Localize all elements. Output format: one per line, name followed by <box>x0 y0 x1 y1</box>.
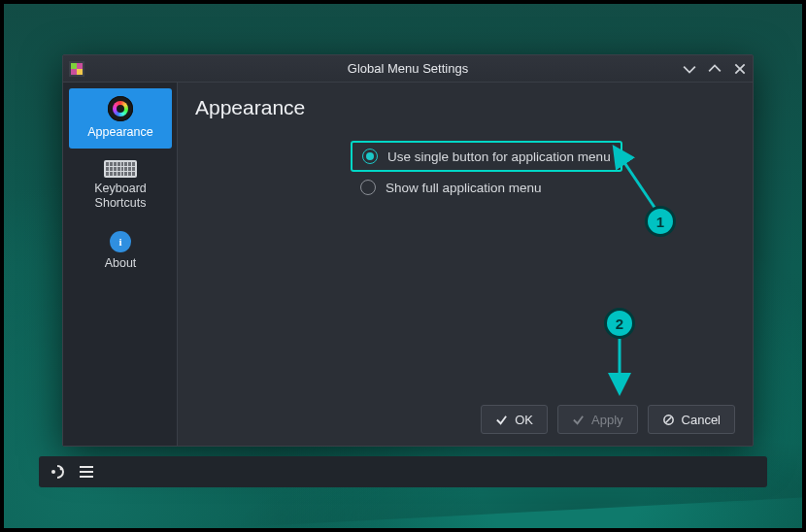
radio-label: Show full application menu <box>386 181 542 195</box>
annotation-highlight: Use single button for application menu <box>351 141 622 172</box>
annotation-marker-2: 2 <box>604 308 635 339</box>
radio-single-button[interactable]: Use single button for application menu <box>353 143 621 170</box>
button-label: OK <box>515 413 533 427</box>
button-label: Cancel <box>682 413 721 427</box>
maximize-button[interactable] <box>708 62 722 76</box>
annotation-arrow <box>606 334 635 402</box>
annotation-marker-1: 1 <box>645 206 676 237</box>
svg-line-6 <box>616 150 659 215</box>
keyboard-icon <box>104 160 137 178</box>
check-icon <box>495 414 508 426</box>
sidebar-item-label: Keyboard Shortcuts <box>71 182 170 212</box>
radio-indicator <box>362 149 378 164</box>
window-title: Global Menu Settings <box>348 61 468 76</box>
panel <box>39 456 767 487</box>
ok-button[interactable]: OK <box>481 405 548 434</box>
apply-button[interactable]: Apply <box>557 405 638 434</box>
sidebar-item-keyboard-shortcuts[interactable]: Keyboard Shortcuts <box>69 152 172 219</box>
sidebar-item-label: Appearance <box>71 125 170 141</box>
svg-point-9 <box>51 470 55 474</box>
info-icon: i <box>110 231 131 252</box>
cancel-button[interactable]: Cancel <box>648 405 735 434</box>
minimize-button[interactable] <box>683 62 696 76</box>
check-icon <box>572 414 585 426</box>
svg-line-5 <box>665 416 671 422</box>
app-icon <box>69 61 84 77</box>
settings-window: Global Menu Settings Appearance Keyboard… <box>62 54 754 447</box>
svg-rect-2 <box>71 63 77 69</box>
application-launcher-icon[interactable] <box>49 463 66 481</box>
dialog-footer: OK Apply Cancel <box>195 395 735 434</box>
sidebar-item-appearance[interactable]: Appearance <box>69 88 172 149</box>
cancel-icon <box>662 414 675 426</box>
svg-rect-3 <box>77 69 83 75</box>
titlebar[interactable]: Global Menu Settings <box>63 55 753 83</box>
radio-label: Use single button for application menu <box>387 150 611 164</box>
main-panel: Appearance Use single button for applica… <box>178 83 753 446</box>
close-button[interactable] <box>733 62 747 76</box>
sidebar: Appearance Keyboard Shortcuts i About <box>63 83 178 446</box>
sidebar-item-about[interactable]: i About <box>69 223 172 280</box>
sidebar-item-label: About <box>71 256 170 272</box>
button-label: Apply <box>591 413 623 427</box>
appearance-icon <box>108 96 133 121</box>
page-heading: Appearance <box>195 96 735 119</box>
svg-point-10 <box>60 468 63 471</box>
global-menu-button[interactable] <box>80 466 93 478</box>
radio-indicator <box>360 180 376 195</box>
